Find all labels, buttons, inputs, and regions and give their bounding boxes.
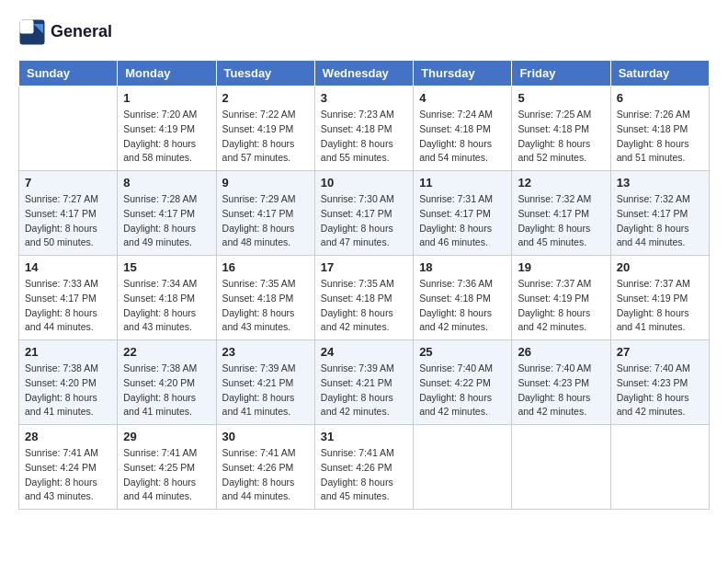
day-number: 12	[518, 176, 604, 190]
calendar-cell: 24Sunrise: 7:39 AMSunset: 4:21 PMDayligh…	[314, 340, 413, 425]
calendar-cell: 14Sunrise: 7:33 AMSunset: 4:17 PMDayligh…	[19, 256, 118, 340]
calendar-cell: 25Sunrise: 7:40 AMSunset: 4:22 PMDayligh…	[414, 340, 512, 425]
weekday-header-tuesday: Tuesday	[216, 61, 314, 86]
calendar-cell: 28Sunrise: 7:41 AMSunset: 4:24 PMDayligh…	[19, 425, 118, 510]
day-info: Sunrise: 7:39 AMSunset: 4:21 PMDaylight:…	[222, 362, 309, 419]
calendar-cell: 9Sunrise: 7:29 AMSunset: 4:17 PMDaylight…	[216, 171, 314, 256]
day-number: 5	[518, 91, 604, 105]
day-info: Sunrise: 7:27 AMSunset: 4:17 PMDaylight:…	[25, 192, 111, 250]
day-number: 8	[123, 176, 210, 190]
day-info: Sunrise: 7:29 AMSunset: 4:17 PMDaylight:…	[222, 192, 309, 250]
day-number: 31	[321, 430, 407, 443]
day-number: 18	[419, 260, 506, 274]
day-number: 30	[222, 430, 309, 443]
logo: General	[18, 18, 112, 46]
day-number: 23	[222, 345, 309, 359]
calendar-cell: 10Sunrise: 7:30 AMSunset: 4:17 PMDayligh…	[314, 171, 413, 256]
day-number: 15	[123, 260, 210, 274]
calendar-cell: 6Sunrise: 7:26 AMSunset: 4:18 PMDaylight…	[610, 86, 709, 171]
calendar-cell: 31Sunrise: 7:41 AMSunset: 4:26 PMDayligh…	[314, 425, 413, 510]
svg-rect-2	[20, 20, 34, 34]
calendar-cell: 12Sunrise: 7:32 AMSunset: 4:17 PMDayligh…	[512, 171, 610, 256]
calendar-cell: 5Sunrise: 7:25 AMSunset: 4:18 PMDaylight…	[512, 86, 610, 171]
day-number: 1	[123, 91, 210, 105]
day-number: 11	[419, 176, 506, 190]
calendar-cell: 21Sunrise: 7:38 AMSunset: 4:20 PMDayligh…	[19, 340, 118, 425]
calendar-cell: 13Sunrise: 7:32 AMSunset: 4:17 PMDayligh…	[610, 171, 709, 256]
day-number: 16	[222, 260, 309, 274]
logo-text: General	[51, 23, 112, 41]
day-number: 17	[321, 260, 407, 274]
calendar-cell	[610, 425, 709, 510]
weekday-header-sunday: Sunday	[19, 61, 118, 86]
calendar-cell: 20Sunrise: 7:37 AMSunset: 4:19 PMDayligh…	[610, 256, 709, 340]
day-info: Sunrise: 7:35 AMSunset: 4:18 PMDaylight:…	[321, 277, 407, 335]
day-info: Sunrise: 7:40 AMSunset: 4:22 PMDaylight:…	[419, 362, 506, 419]
calendar-cell: 23Sunrise: 7:39 AMSunset: 4:21 PMDayligh…	[216, 340, 314, 425]
day-info: Sunrise: 7:31 AMSunset: 4:17 PMDaylight:…	[419, 192, 506, 250]
day-info: Sunrise: 7:38 AMSunset: 4:20 PMDaylight:…	[123, 362, 210, 419]
weekday-header-wednesday: Wednesday	[314, 61, 413, 86]
day-number: 19	[518, 260, 604, 274]
day-info: Sunrise: 7:23 AMSunset: 4:18 PMDaylight:…	[321, 108, 407, 166]
calendar-cell: 4Sunrise: 7:24 AMSunset: 4:18 PMDaylight…	[414, 86, 512, 171]
day-info: Sunrise: 7:41 AMSunset: 4:26 PMDaylight:…	[222, 446, 309, 504]
weekday-header-thursday: Thursday	[414, 61, 512, 86]
calendar-cell: 8Sunrise: 7:28 AMSunset: 4:17 PMDaylight…	[118, 171, 216, 256]
day-info: Sunrise: 7:37 AMSunset: 4:19 PMDaylight:…	[617, 277, 703, 335]
calendar-cell: 22Sunrise: 7:38 AMSunset: 4:20 PMDayligh…	[118, 340, 216, 425]
day-info: Sunrise: 7:40 AMSunset: 4:23 PMDaylight:…	[617, 362, 703, 419]
day-info: Sunrise: 7:40 AMSunset: 4:23 PMDaylight:…	[518, 362, 604, 419]
day-info: Sunrise: 7:41 AMSunset: 4:24 PMDaylight:…	[25, 446, 111, 504]
day-number: 29	[123, 430, 210, 443]
day-info: Sunrise: 7:32 AMSunset: 4:17 PMDaylight:…	[617, 192, 703, 250]
calendar-cell: 7Sunrise: 7:27 AMSunset: 4:17 PMDaylight…	[19, 171, 118, 256]
weekday-header-friday: Friday	[512, 61, 610, 86]
weekday-header-monday: Monday	[118, 61, 216, 86]
day-number: 7	[25, 176, 111, 190]
day-info: Sunrise: 7:30 AMSunset: 4:17 PMDaylight:…	[321, 192, 407, 250]
day-number: 10	[321, 176, 407, 190]
day-number: 13	[617, 176, 703, 190]
day-info: Sunrise: 7:20 AMSunset: 4:19 PMDaylight:…	[123, 108, 210, 166]
calendar-cell: 27Sunrise: 7:40 AMSunset: 4:23 PMDayligh…	[610, 340, 709, 425]
day-number: 9	[222, 176, 309, 190]
calendar-cell: 1Sunrise: 7:20 AMSunset: 4:19 PMDaylight…	[118, 86, 216, 171]
day-number: 22	[123, 345, 210, 359]
day-info: Sunrise: 7:24 AMSunset: 4:18 PMDaylight:…	[419, 108, 506, 166]
calendar-cell: 16Sunrise: 7:35 AMSunset: 4:18 PMDayligh…	[216, 256, 314, 340]
day-number: 28	[25, 430, 111, 443]
calendar-cell: 3Sunrise: 7:23 AMSunset: 4:18 PMDaylight…	[314, 86, 413, 171]
calendar-cell: 18Sunrise: 7:36 AMSunset: 4:18 PMDayligh…	[414, 256, 512, 340]
day-number: 14	[25, 260, 111, 274]
day-number: 21	[25, 345, 111, 359]
calendar-table: SundayMondayTuesdayWednesdayThursdayFrid…	[18, 60, 710, 510]
day-info: Sunrise: 7:33 AMSunset: 4:17 PMDaylight:…	[25, 277, 111, 335]
day-number: 6	[617, 91, 703, 105]
day-info: Sunrise: 7:25 AMSunset: 4:18 PMDaylight:…	[518, 108, 604, 166]
day-number: 25	[419, 345, 506, 359]
day-info: Sunrise: 7:22 AMSunset: 4:19 PMDaylight:…	[222, 108, 309, 166]
day-info: Sunrise: 7:39 AMSunset: 4:21 PMDaylight:…	[321, 362, 407, 419]
day-number: 3	[321, 91, 407, 105]
day-number: 24	[321, 345, 407, 359]
calendar-cell: 17Sunrise: 7:35 AMSunset: 4:18 PMDayligh…	[314, 256, 413, 340]
day-number: 27	[617, 345, 703, 359]
day-number: 2	[222, 91, 309, 105]
calendar-cell: 30Sunrise: 7:41 AMSunset: 4:26 PMDayligh…	[216, 425, 314, 510]
calendar-cell	[414, 425, 512, 510]
day-info: Sunrise: 7:38 AMSunset: 4:20 PMDaylight:…	[25, 362, 111, 419]
day-info: Sunrise: 7:36 AMSunset: 4:18 PMDaylight:…	[419, 277, 506, 335]
day-number: 20	[617, 260, 703, 274]
day-info: Sunrise: 7:37 AMSunset: 4:19 PMDaylight:…	[518, 277, 604, 335]
weekday-header-saturday: Saturday	[610, 61, 709, 86]
day-info: Sunrise: 7:34 AMSunset: 4:18 PMDaylight:…	[123, 277, 210, 335]
day-info: Sunrise: 7:26 AMSunset: 4:18 PMDaylight:…	[617, 108, 703, 166]
calendar-cell: 15Sunrise: 7:34 AMSunset: 4:18 PMDayligh…	[118, 256, 216, 340]
day-info: Sunrise: 7:28 AMSunset: 4:17 PMDaylight:…	[123, 192, 210, 250]
calendar-cell	[19, 86, 118, 171]
calendar-cell	[512, 425, 610, 510]
calendar-cell: 11Sunrise: 7:31 AMSunset: 4:17 PMDayligh…	[414, 171, 512, 256]
day-number: 4	[419, 91, 506, 105]
day-info: Sunrise: 7:32 AMSunset: 4:17 PMDaylight:…	[518, 192, 604, 250]
